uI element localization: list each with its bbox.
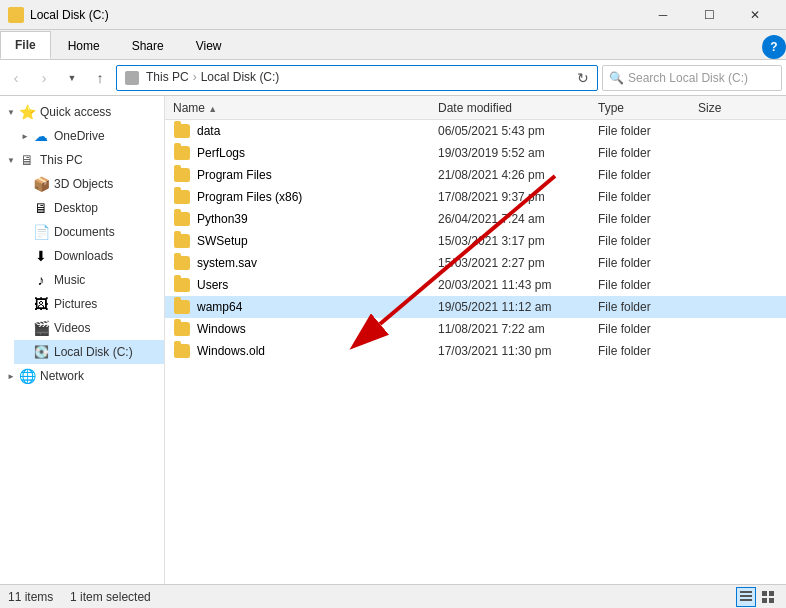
- file-name-python39: Python39: [197, 212, 438, 226]
- title-bar: Local Disk (C:) ─ ☐ ✕: [0, 0, 786, 30]
- file-row-swsetup[interactable]: SWSetup 15/03/2021 3:17 pm File folder: [165, 230, 786, 252]
- file-row-program-files-x86[interactable]: Program Files (x86) 17/08/2021 9:37 pm F…: [165, 186, 786, 208]
- sidebar-item-downloads[interactable]: ⬇ Downloads: [14, 244, 164, 268]
- folder-icon-perflogs: [173, 145, 191, 161]
- file-row-windows[interactable]: Windows 11/08/2021 7:22 am File folder: [165, 318, 786, 340]
- file-name-system-sav: system.sav: [197, 256, 438, 270]
- file-date-perflogs: 19/03/2019 5:52 am: [438, 146, 598, 160]
- refresh-button[interactable]: ↻: [577, 70, 589, 86]
- file-type-wamp64: File folder: [598, 300, 698, 314]
- svg-rect-8: [769, 598, 774, 603]
- file-row-windows-old[interactable]: Windows.old 17/03/2021 11:30 pm File fol…: [165, 340, 786, 362]
- folder-icon-data: [173, 123, 191, 139]
- sidebar-item-local-disk[interactable]: 💽 Local Disk (C:): [14, 340, 164, 364]
- search-box[interactable]: 🔍 Search Local Disk (C:): [602, 65, 782, 91]
- folder-icon-python39: [173, 211, 191, 227]
- back-button[interactable]: ‹: [4, 66, 28, 90]
- sidebar-item-this-pc[interactable]: ▼ 🖥 This PC: [0, 148, 164, 172]
- file-row-python39[interactable]: Python39 26/04/2021 7:24 am File folder: [165, 208, 786, 230]
- file-name-users: Users: [197, 278, 438, 292]
- col-header-date[interactable]: Date modified: [438, 101, 598, 115]
- sort-arrow: ▲: [208, 104, 217, 114]
- this-pc-icon: 🖥: [18, 151, 36, 169]
- file-area: Name ▲ Date modified Type Size data 06/0…: [165, 96, 786, 584]
- local-disk-icon: 💽: [32, 343, 50, 361]
- help-button[interactable]: ?: [762, 35, 786, 59]
- sidebar-label-onedrive: OneDrive: [54, 129, 105, 143]
- file-name-perflogs: PerfLogs: [197, 146, 438, 160]
- status-selected-count-text: 1 item selected: [70, 590, 151, 604]
- svg-rect-2: [740, 591, 752, 593]
- sidebar-item-onedrive[interactable]: ► ☁ OneDrive: [14, 124, 164, 148]
- status-item-count-text: 11 items: [8, 590, 53, 604]
- view-tiles-button[interactable]: [758, 587, 778, 607]
- folder-title-icon: [8, 7, 24, 23]
- file-name-wamp64: wamp64: [197, 300, 438, 314]
- close-button[interactable]: ✕: [732, 0, 778, 30]
- ribbon-tabs: File Home Share View ?: [0, 30, 786, 60]
- file-type-python39: File folder: [598, 212, 698, 226]
- sidebar-label-network: Network: [40, 369, 84, 383]
- forward-button[interactable]: ›: [32, 66, 56, 90]
- main-area: ▼ ⭐ Quick access ► ☁ OneDrive ▼ 🖥 This P…: [0, 96, 786, 584]
- file-row-system-sav[interactable]: system.sav 15/03/2021 2:27 pm File folde…: [165, 252, 786, 274]
- file-name-windows-old: Windows.old: [197, 344, 438, 358]
- file-row-perflogs[interactable]: PerfLogs 19/03/2019 5:52 am File folder: [165, 142, 786, 164]
- breadcrumb-this-pc[interactable]: [125, 70, 142, 85]
- sidebar-item-pictures[interactable]: 🖼 Pictures: [14, 292, 164, 316]
- dropdown-button[interactable]: ▼: [60, 66, 84, 90]
- downloads-icon: ⬇: [32, 247, 50, 265]
- sidebar-label-videos: Videos: [54, 321, 90, 335]
- content-wrapper: Name ▲ Date modified Type Size data 06/0…: [165, 96, 786, 584]
- sidebar-item-quick-access[interactable]: ▼ ⭐ Quick access: [0, 100, 164, 124]
- svg-rect-3: [740, 595, 752, 597]
- breadcrumb-this-pc-label[interactable]: This PC: [146, 70, 189, 84]
- tab-home[interactable]: Home: [53, 32, 115, 59]
- sidebar-item-network[interactable]: ► 🌐 Network: [0, 364, 164, 388]
- file-date-program-files: 21/08/2021 4:26 pm: [438, 168, 598, 182]
- expand-icon: ▼: [4, 156, 18, 165]
- svg-rect-6: [769, 591, 774, 596]
- onedrive-icon: ☁: [32, 127, 50, 145]
- address-box[interactable]: This PC › Local Disk (C:) ↻: [116, 65, 598, 91]
- search-placeholder: Search Local Disk (C:): [628, 71, 775, 85]
- tab-view[interactable]: View: [181, 32, 237, 59]
- status-view-controls: [736, 587, 778, 607]
- folder-icon-system-sav: [173, 255, 191, 271]
- sidebar-label-desktop: Desktop: [54, 201, 98, 215]
- view-details-button[interactable]: [736, 587, 756, 607]
- sidebar-item-documents[interactable]: 📄 Documents: [14, 220, 164, 244]
- videos-icon: 🎬: [32, 319, 50, 337]
- file-row-data[interactable]: data 06/05/2021 5:43 pm File folder: [165, 120, 786, 142]
- folder-icon-users: [173, 277, 191, 293]
- quick-access-icon: ⭐: [18, 103, 36, 121]
- file-type-windows-old: File folder: [598, 344, 698, 358]
- file-date-wamp64: 19/05/2021 11:12 am: [438, 300, 598, 314]
- sidebar-label-3d-objects: 3D Objects: [54, 177, 113, 191]
- file-list: data 06/05/2021 5:43 pm File folder Perf…: [165, 120, 786, 584]
- address-path: This PC › Local Disk (C:): [125, 70, 571, 85]
- minimize-button[interactable]: ─: [640, 0, 686, 30]
- 3d-objects-icon: 📦: [32, 175, 50, 193]
- file-row-users[interactable]: Users 20/03/2021 11:43 pm File folder: [165, 274, 786, 296]
- file-row-program-files[interactable]: Program Files 21/08/2021 4:26 pm File fo…: [165, 164, 786, 186]
- up-button[interactable]: ↑: [88, 66, 112, 90]
- documents-icon: 📄: [32, 223, 50, 241]
- sidebar-item-music[interactable]: ♪ Music: [14, 268, 164, 292]
- sidebar: ▼ ⭐ Quick access ► ☁ OneDrive ▼ 🖥 This P…: [0, 96, 165, 584]
- tab-share[interactable]: Share: [117, 32, 179, 59]
- breadcrumb-local-disk[interactable]: Local Disk (C:): [201, 70, 280, 84]
- sidebar-item-3d-objects[interactable]: 📦 3D Objects: [14, 172, 164, 196]
- file-type-data: File folder: [598, 124, 698, 138]
- maximize-button[interactable]: ☐: [686, 0, 732, 30]
- col-header-type[interactable]: Type: [598, 101, 698, 115]
- sidebar-item-videos[interactable]: 🎬 Videos: [14, 316, 164, 340]
- search-icon: 🔍: [609, 71, 624, 85]
- sidebar-item-desktop[interactable]: 🖥 Desktop: [14, 196, 164, 220]
- folder-icon-windows: [173, 321, 191, 337]
- file-row-wamp64[interactable]: wamp64 19/05/2021 11:12 am File folder: [165, 296, 786, 318]
- file-date-python39: 26/04/2021 7:24 am: [438, 212, 598, 226]
- tab-file[interactable]: File: [0, 31, 51, 59]
- col-header-name[interactable]: Name ▲: [173, 101, 438, 115]
- col-header-size[interactable]: Size: [698, 101, 778, 115]
